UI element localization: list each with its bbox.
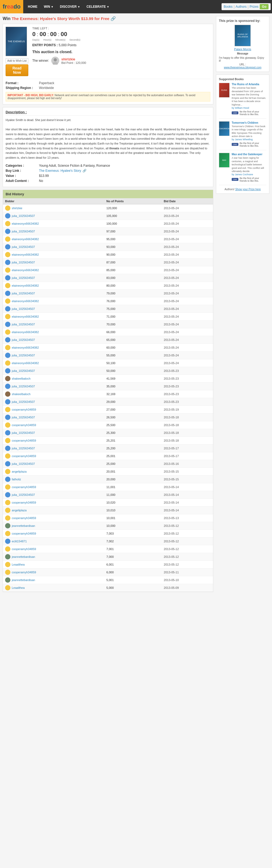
logo[interactable]: freado	[0, 3, 23, 10]
external-link-icon[interactable]: 🔗	[110, 16, 116, 21]
bidder-cell: elaineonyx66634082	[3, 328, 104, 336]
go-button[interactable]: Go	[260, 4, 269, 9]
bidder-name[interactable]: angeliplaza	[12, 509, 27, 512]
bidder-name[interactable]: elaineonyx66634082	[12, 362, 39, 365]
bid-date: 2013-05-12	[162, 561, 213, 568]
bidder-name[interactable]: jeannettebardisan	[12, 555, 35, 558]
bidder-name[interactable]: jeannettebardisan	[12, 524, 35, 527]
bidder-name[interactable]: julia_1025634507	[12, 307, 35, 310]
bidder-name[interactable]: cooperamyh34859	[12, 439, 36, 442]
table-row: jeannettebardisan 10,000 2013-05-12	[3, 522, 213, 530]
bid-points: 7,002	[104, 537, 162, 545]
bidder-name[interactable]: cooperamyh34859	[12, 532, 36, 535]
bid-points: 26,500	[104, 413, 162, 421]
suggested-info: The Ruins of Arlandia The universe has b…	[232, 83, 266, 116]
bidder-name[interactable]: julia_1025634507	[12, 276, 35, 279]
table-row: julia_1025634507 79,000 2013-05-24	[3, 289, 213, 297]
bidder-name[interactable]: julia_1025634507	[12, 230, 35, 233]
facebook-like[interactable]: Like	[232, 112, 238, 114]
bidder-name[interactable]: elaineonyx66634082	[12, 346, 39, 349]
bidder-name[interactable]: julia_1025634507	[12, 354, 35, 357]
bidder-name[interactable]: elaineonyx66634082	[12, 253, 39, 256]
bidder-name[interactable]: julia_1025634507	[12, 214, 35, 217]
bid-points: 10,001	[104, 514, 162, 522]
bid-points: 6,001	[104, 561, 162, 568]
sponsor-name-link[interactable]: Palani Morris	[234, 48, 251, 51]
bidder-name[interactable]: elaineonyx66634082	[12, 300, 39, 303]
bidder-name[interactable]: julia_1025634507	[12, 416, 35, 419]
bid-points: 85,000	[104, 266, 162, 274]
suggested-book-title[interactable]: Tomorrow's Children	[232, 121, 266, 124]
bidder-name[interactable]: elaineonyx66634082	[12, 284, 39, 287]
bidder-avatar	[5, 229, 10, 234]
bidder-name[interactable]: fatholiz	[12, 478, 21, 481]
discover-dropdown-icon: ▼	[77, 5, 80, 8]
bidder-name[interactable]: shakeelbaloch	[12, 377, 30, 380]
bidder-avatar	[5, 368, 10, 373]
suggested-book-title[interactable]: The Ruins of Arlandia	[232, 83, 266, 86]
bidder-name[interactable]: julia_1025634507	[12, 462, 35, 465]
bidder-name[interactable]: cooperamyh34859	[12, 424, 36, 427]
bidder-name[interactable]: shirlzkie	[12, 207, 23, 210]
nav-books-link[interactable]: Books	[224, 5, 233, 8]
bidder-name[interactable]: elaineonyx66634082	[12, 331, 39, 334]
bidder-name[interactable]: cooperamyh34859	[12, 408, 36, 411]
nav-win[interactable]: WIN ▼	[41, 0, 57, 13]
table-row: cooperamyh34859 7,001 2013-05-12	[3, 545, 213, 553]
bidder-name[interactable]: julia_1025634507	[12, 369, 35, 372]
bidder-name[interactable]: julia_1025634507	[12, 292, 35, 295]
show-prize-link[interactable]: Show your Prize here	[235, 188, 261, 191]
add-to-wishlist-button[interactable]: Add to Wish List	[6, 58, 28, 63]
bidder-name[interactable]: julia_1025634507	[12, 323, 35, 326]
bid-points: 32,169	[104, 390, 162, 398]
bidder-name[interactable]: julia_1025634507	[12, 338, 35, 341]
bidder-cell: jeannettebardisan	[3, 553, 104, 561]
bidder-name[interactable]: julia_1025634507	[12, 245, 35, 248]
nav-prizes-link[interactable]: Prizes	[249, 5, 259, 8]
bidder-name[interactable]: eclit154871	[12, 540, 27, 543]
facebook-like[interactable]: Like	[232, 143, 238, 146]
bidder-name[interactable]: julia_1025634507	[12, 431, 35, 434]
bid-date: 2013-05-15	[162, 468, 213, 475]
read-now-button[interactable]: Read Now	[6, 64, 28, 76]
bidder-name[interactable]: cooperamyh34859	[12, 455, 36, 458]
facebook-like[interactable]: Like	[232, 178, 238, 181]
bidder-avatar	[5, 523, 10, 528]
bidder-name[interactable]: cooperamyh34859	[12, 571, 36, 574]
bidder-cell: julia_1025634507	[3, 444, 104, 452]
bidder-name[interactable]: cooperamyh34859	[12, 548, 36, 551]
suggested-book-author: by James Cochrane	[232, 173, 266, 176]
bidder-name[interactable]: jeannettebardisan	[12, 579, 35, 582]
bidder-name[interactable]: cooperamyh34859	[12, 486, 36, 489]
nav-home[interactable]: HOME	[25, 0, 41, 13]
table-row: julia_1025634507 25,200 2013-05-17	[3, 444, 213, 452]
nav-discover[interactable]: DISCOVER ▼	[57, 0, 83, 13]
bidder-name[interactable]: julia_1025634507	[12, 261, 35, 264]
bidder-name[interactable]: elaineonyx66634082	[12, 222, 39, 225]
like-row: Like Be the first of your friends to lik…	[232, 142, 266, 147]
bidder-name[interactable]: julia_1025634507	[12, 400, 35, 403]
suggested-book-title[interactable]: Max and the Gatekeeper	[232, 153, 266, 156]
buy-link[interactable]: The Exemeus: Hyalee's Story	[39, 169, 81, 173]
bidder-avatar	[5, 415, 10, 420]
bidder-name[interactable]: cooperamyh34859	[12, 501, 36, 504]
nav-authors-link[interactable]: Authors	[236, 5, 247, 8]
bidder-name[interactable]: elaineonyx66634082	[12, 269, 39, 272]
bidder-name[interactable]: elaineonyx66634082	[12, 315, 39, 318]
bidder-name[interactable]: shakeelbaloch	[12, 393, 30, 396]
bidder-name[interactable]: julia_1025634507	[12, 385, 35, 388]
bidder-name[interactable]: cooperamyh34859	[12, 517, 36, 520]
bidder-name[interactable]: angeliplaza	[12, 470, 27, 473]
bid-points: 35,000	[104, 382, 162, 390]
table-row: shakeelbaloch 32,169 2013-05-23	[3, 390, 213, 398]
bidder-name[interactable]: Leaalthea	[12, 586, 25, 589]
sponsor-url[interactable]: www.theexemeus.blogspot.com	[224, 66, 262, 69]
bidder-name[interactable]: Leaalthea	[12, 563, 25, 566]
table-row: julia_1025634507 87,000 2013-05-24	[3, 258, 213, 266]
bidder-name[interactable]: elaineonyx66634082	[12, 238, 39, 241]
bidder-avatar	[5, 260, 10, 265]
bidder-name[interactable]: julia_1025634507	[12, 493, 35, 496]
table-row: shirlzkie 120,000 2013-05-24	[3, 205, 213, 212]
nav-celebrate[interactable]: CELEBRATE ▼	[83, 0, 112, 13]
bidder-name[interactable]: julia_1025634507	[12, 447, 35, 450]
